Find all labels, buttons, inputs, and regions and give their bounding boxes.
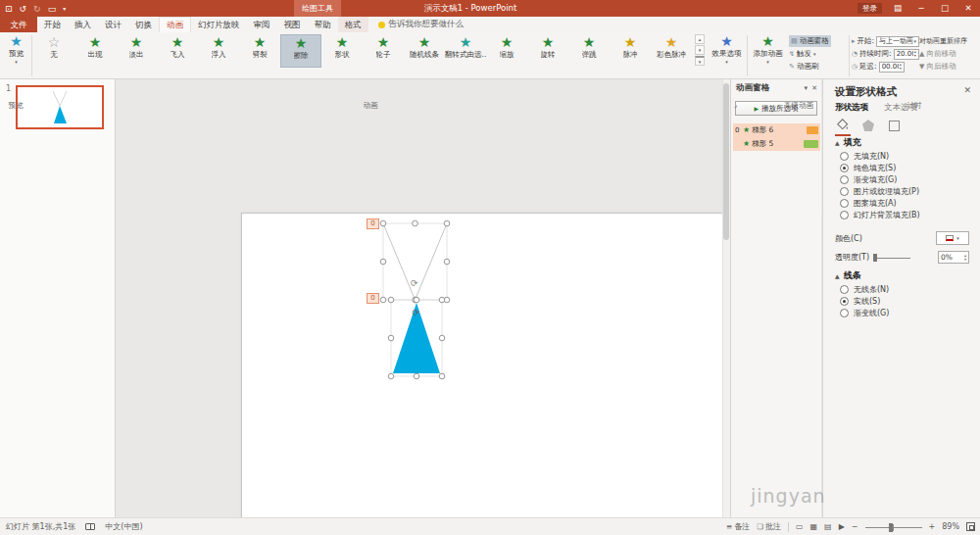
tab-transitions[interactable]: 切换 xyxy=(128,17,159,32)
gallery-item-spin[interactable]: ★旋转 xyxy=(527,34,568,68)
gallery-item-none[interactable]: ☆无 xyxy=(33,34,74,68)
fill-option-none[interactable]: 无填充(N) xyxy=(840,150,920,162)
preview-button[interactable]: ★ 预览 ▾ xyxy=(2,34,30,68)
gallery-item-fly-in[interactable]: ★飞入 xyxy=(157,34,198,68)
trigger-button[interactable]: ↯ 触发 ▾ xyxy=(789,48,815,60)
close-icon[interactable]: ✕ xyxy=(956,0,980,17)
save-icon[interactable]: ⊡ xyxy=(5,4,13,14)
timeline-bar[interactable] xyxy=(804,140,818,148)
pane-options-icon[interactable]: ▾ xyxy=(805,84,808,92)
slider-thumb[interactable] xyxy=(873,254,877,262)
gallery-item-wheel[interactable]: ★轮子 xyxy=(363,34,404,68)
rotate-handle-icon[interactable]: ⟳ xyxy=(413,308,420,317)
fill-section-header[interactable]: ▲ 填充 xyxy=(835,136,861,149)
ribbon-display-options-icon[interactable]: ▤ xyxy=(886,0,909,17)
size-properties-icon[interactable] xyxy=(886,118,902,133)
animation-order-badge[interactable]: 0 xyxy=(367,293,379,304)
tab-slideshow[interactable]: 幻灯片放映 xyxy=(191,17,247,32)
zoom-out-icon[interactable]: − xyxy=(852,522,858,531)
spellcheck-icon[interactable] xyxy=(85,523,95,530)
tab-animations[interactable]: 动画 xyxy=(159,17,191,32)
fill-option-picture[interactable]: 图片或纹理填充(P) xyxy=(840,185,920,197)
transparency-input[interactable]: 0% ▴▾ xyxy=(938,251,969,264)
zoom-in-icon[interactable]: + xyxy=(929,522,936,531)
duration-input[interactable]: 20.00 ▴▾ xyxy=(894,49,919,60)
gallery-item-float-in[interactable]: ★浮入 xyxy=(198,34,239,68)
fill-option-solid[interactable]: 纯色填充(S) xyxy=(840,162,920,173)
gallery-item-split[interactable]: ★劈裂 xyxy=(239,34,280,68)
tab-view[interactable]: 视图 xyxy=(277,17,308,32)
language-indicator[interactable]: 中文(中国) xyxy=(105,521,142,532)
tell-me-box[interactable]: 告诉我你想要做什么 xyxy=(378,17,465,32)
dialog-launcher-icon[interactable]: ⌟ xyxy=(734,101,737,109)
reading-view-icon[interactable]: ▤ xyxy=(824,522,832,531)
gallery-scroll-up-icon[interactable]: ▴ xyxy=(695,34,705,44)
gallery-item-zoom[interactable]: ★缩放 xyxy=(486,34,527,68)
delay-input[interactable]: 00.00 ▴▾ xyxy=(879,62,905,73)
selection-handles[interactable] xyxy=(380,220,450,303)
line-option-none[interactable]: 无线条(N) xyxy=(840,283,889,295)
effects-icon[interactable] xyxy=(860,118,876,133)
gallery-item-shape[interactable]: ★形状 xyxy=(321,34,363,68)
scrollbar-thumb[interactable] xyxy=(723,83,729,240)
fill-option-pattern[interactable]: 图案填充(A) xyxy=(840,197,920,209)
start-select[interactable]: 与上一动画... ▾ xyxy=(876,36,919,47)
line-option-gradient[interactable]: 渐变线(G) xyxy=(840,307,889,318)
undo-icon[interactable]: ↺ xyxy=(20,4,27,14)
add-animation-button[interactable]: ★ 添加动画 ▾ xyxy=(750,34,786,68)
pane-close-icon[interactable]: ✕ xyxy=(963,85,971,95)
tab-file[interactable]: 文件 xyxy=(0,17,37,32)
gallery-item-grow-turn[interactable]: ★翻转式由远... xyxy=(445,34,486,68)
normal-view-icon[interactable]: ▭ xyxy=(796,522,804,531)
gallery-scroll-down-icon[interactable]: ▾ xyxy=(695,45,705,55)
slide-info[interactable]: 幻灯片 第1张,共1张 xyxy=(6,521,75,532)
animation-painter-button[interactable]: ✎ 动画刷 xyxy=(789,61,818,73)
animation-pane-button[interactable]: ▤ 动画窗格 xyxy=(789,35,831,47)
minimize-icon[interactable]: ─ xyxy=(909,0,933,17)
move-earlier-button[interactable]: ▲ 向前移动 xyxy=(919,48,956,60)
gallery-item-fade[interactable]: ★淡出 xyxy=(116,34,157,68)
timeline-bar[interactable] xyxy=(807,126,818,134)
move-later-button[interactable]: ▼ 向后移动 xyxy=(919,61,956,73)
tab-format[interactable]: 格式 xyxy=(338,17,368,32)
spinner-icon[interactable]: ▴▾ xyxy=(914,50,916,58)
fill-color-button[interactable]: ▾ xyxy=(936,231,969,245)
tab-insert[interactable]: 插入 xyxy=(68,17,98,32)
transparency-slider[interactable] xyxy=(873,253,910,263)
effect-options-button[interactable]: ★ 效果选项 ▾ xyxy=(709,34,745,68)
tab-help[interactable]: 帮助 xyxy=(308,17,338,32)
tab-home[interactable]: 开始 xyxy=(37,17,68,32)
fit-to-window-icon[interactable] xyxy=(966,522,975,531)
animation-order-badge[interactable]: 0 xyxy=(367,219,379,229)
zoom-level[interactable]: 89% xyxy=(942,522,959,531)
fill-option-gradient[interactable]: 渐变填充(G) xyxy=(840,173,920,185)
gallery-item-random-bars[interactable]: ★随机线条 xyxy=(404,34,445,68)
gallery-item-pulse[interactable]: ★脉冲 xyxy=(610,34,651,68)
zoom-slider-thumb[interactable] xyxy=(889,523,893,532)
slideshow-view-icon[interactable]: ▶ xyxy=(839,522,845,531)
spinner-icon[interactable]: ▴▾ xyxy=(964,254,966,262)
animation-pane-item[interactable]: ★梯形 5 xyxy=(733,137,820,151)
customize-quick-access-icon[interactable]: ▾ xyxy=(63,5,66,12)
fill-option-background[interactable]: 幻灯片背景填充(B) xyxy=(840,209,920,220)
comments-button[interactable]: ❏ 批注 xyxy=(757,521,781,532)
slide-sorter-view-icon[interactable]: ▦ xyxy=(810,522,818,531)
line-section-header[interactable]: ▲ 线条 xyxy=(835,269,861,282)
animation-pane-item[interactable]: 0★梯形 6 xyxy=(733,123,820,137)
gallery-item-wipe[interactable]: ★擦除 xyxy=(280,34,321,68)
fill-line-icon[interactable] xyxy=(835,118,851,133)
gallery-more-icon[interactable]: ▾ xyxy=(695,56,705,66)
restore-icon[interactable]: □ xyxy=(933,0,956,17)
redo-icon[interactable]: ↻ xyxy=(33,4,41,14)
gallery-item-appear[interactable]: ★出现 xyxy=(74,34,116,68)
line-option-solid[interactable]: 实线(S) xyxy=(840,295,889,307)
gallery-item-color-pulse[interactable]: ★彩色脉冲 xyxy=(651,34,692,68)
gallery-item-bounce[interactable]: ★弹跳 xyxy=(568,34,610,68)
rotate-handle-icon[interactable]: ⟳ xyxy=(411,278,418,288)
tab-design[interactable]: 设计 xyxy=(98,17,128,32)
spinner-icon[interactable]: ▴▾ xyxy=(900,63,902,71)
sign-in-button[interactable]: 登录 xyxy=(858,3,882,14)
pane-close-icon[interactable]: ✕ xyxy=(811,84,817,92)
notes-button[interactable]: ≡ 备注 xyxy=(726,521,750,532)
zoom-slider[interactable] xyxy=(865,522,922,532)
